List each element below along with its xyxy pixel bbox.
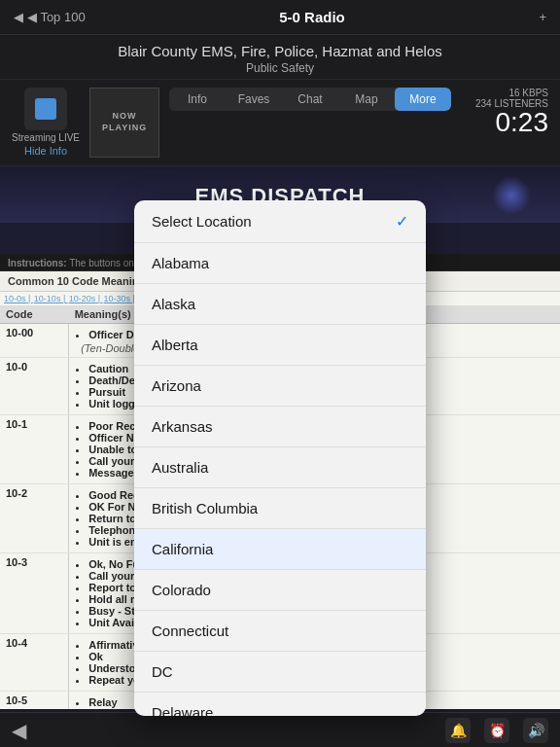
dropdown-item-alaska[interactable]: Alaska bbox=[134, 284, 426, 325]
top-bar: ◀ ◀ Top 100 5-0 Radio + bbox=[0, 0, 560, 35]
instructions-label: Instructions: bbox=[8, 258, 67, 268]
checkmark-icon: ✓ bbox=[396, 212, 408, 231]
dropdown-item-label: Select Location bbox=[152, 213, 252, 230]
dropdown-item-label: Arizona bbox=[152, 377, 201, 394]
streaming-label: Streaming LIVE bbox=[12, 132, 80, 143]
code-cell: 10-2 bbox=[0, 484, 69, 553]
dropdown-item-label: Connecticut bbox=[152, 622, 228, 639]
kbps-label: 16 KBPS bbox=[461, 88, 548, 98]
tab-chat[interactable]: Chat bbox=[282, 88, 338, 111]
dropdown-item-label: British Columbia bbox=[152, 500, 258, 516]
dropdown-item-delaware[interactable]: Delaware bbox=[134, 693, 426, 716]
hide-info-button[interactable]: Hide Info bbox=[24, 145, 67, 157]
code-link-10-0s[interactable]: 10-0s | bbox=[4, 294, 33, 303]
top-100-button[interactable]: ◀ ◀ Top 100 bbox=[14, 10, 86, 24]
dropdown-item-label: DC bbox=[152, 663, 173, 680]
stream-icon bbox=[24, 88, 67, 130]
dropdown-item-arizona[interactable]: Arizona bbox=[134, 366, 426, 407]
dropdown-item-arkansas[interactable]: Arkansas bbox=[134, 407, 426, 447]
code-cell: 10-0 bbox=[0, 358, 69, 415]
now-playing-box: NOWPLAYING bbox=[89, 88, 159, 158]
back-arrow-icon: ◀ bbox=[14, 10, 23, 24]
dropdown-item-label: Colorado bbox=[152, 582, 211, 598]
code-cell: 10-4 bbox=[0, 634, 69, 692]
code-link-10-20s[interactable]: 10-20s | bbox=[69, 294, 103, 303]
code-cell: 10-3 bbox=[0, 553, 69, 634]
player-middle-section: InfoFavesChatMapMore bbox=[169, 88, 451, 117]
dropdown-item-select-location[interactable]: Select Location✓ bbox=[134, 200, 426, 243]
code-cell: 10-5 bbox=[0, 692, 69, 710]
channel-subtitle: Public Safety bbox=[10, 61, 550, 75]
add-button[interactable]: + bbox=[539, 10, 546, 24]
sleep-timer-icon-button[interactable]: ⏰ bbox=[484, 718, 509, 743]
dropdown-item-dc[interactable]: DC bbox=[134, 652, 426, 693]
channel-title: Blair County EMS, Fire, Police, Hazmat a… bbox=[10, 43, 550, 59]
alarm-icon-button[interactable]: 🔔 bbox=[445, 718, 471, 743]
app-title: 5-0 Radio bbox=[279, 9, 345, 25]
stream-icon-inner bbox=[35, 98, 56, 120]
dropdown-item-california[interactable]: California bbox=[134, 529, 426, 570]
stats-area: 16 KBPS 234 LISTENERS 0:23 bbox=[461, 88, 548, 136]
dropdown-item-label: Arkansas bbox=[152, 418, 213, 435]
location-dropdown[interactable]: Select Location✓AlabamaAlaskaAlbertaAriz… bbox=[134, 200, 426, 716]
dispatch-glow bbox=[492, 176, 531, 215]
code-cell: 10-1 bbox=[0, 415, 69, 484]
code-column-header: Code bbox=[0, 305, 69, 324]
dropdown-item-australia[interactable]: Australia bbox=[134, 447, 426, 488]
dropdown-item-label: Alaska bbox=[152, 296, 195, 312]
code-link-10-10s[interactable]: 10-10s | bbox=[34, 294, 68, 303]
dropdown-item-colorado[interactable]: Colorado bbox=[134, 570, 426, 611]
tab-more[interactable]: More bbox=[395, 88, 451, 111]
dropdown-item-label: Delaware bbox=[152, 704, 213, 716]
player-row: Streaming LIVE Hide Info NOWPLAYING Info… bbox=[0, 80, 560, 166]
back-button[interactable]: ◀ bbox=[12, 719, 26, 742]
dropdown-item-label: Australia bbox=[152, 459, 208, 476]
tab-map[interactable]: Map bbox=[338, 88, 395, 111]
dropdown-item-connecticut[interactable]: Connecticut bbox=[134, 611, 426, 652]
dropdown-item-label: Alabama bbox=[152, 255, 209, 271]
now-playing-text: NOWPLAYING bbox=[102, 111, 147, 133]
bottom-icons: 🔔 ⏰ 🔊 bbox=[445, 718, 548, 743]
code-link-10-30s[interactable]: 10-30s | bbox=[104, 294, 138, 303]
tab-info[interactable]: Info bbox=[169, 88, 226, 111]
dropdown-item-alberta[interactable]: Alberta bbox=[134, 325, 426, 366]
dropdown-item-label: California bbox=[152, 541, 213, 557]
tab-faves[interactable]: Faves bbox=[226, 88, 282, 111]
elapsed-time: 0:23 bbox=[461, 109, 548, 136]
dropdown-item-alabama[interactable]: Alabama bbox=[134, 243, 426, 284]
volume-icon-button[interactable]: 🔊 bbox=[523, 718, 548, 743]
player-left-section: Streaming LIVE Hide Info bbox=[12, 88, 80, 157]
dropdown-item-label: Alberta bbox=[152, 337, 198, 353]
tabs-row: InfoFavesChatMapMore bbox=[169, 88, 451, 111]
code-cell: 10-00 bbox=[0, 324, 69, 358]
bottom-bar: ◀ 🔔 ⏰ 🔊 bbox=[0, 712, 560, 747]
channel-header: Blair County EMS, Fire, Police, Hazmat a… bbox=[0, 35, 560, 80]
dropdown-item-british-columbia[interactable]: British Columbia bbox=[134, 488, 426, 529]
